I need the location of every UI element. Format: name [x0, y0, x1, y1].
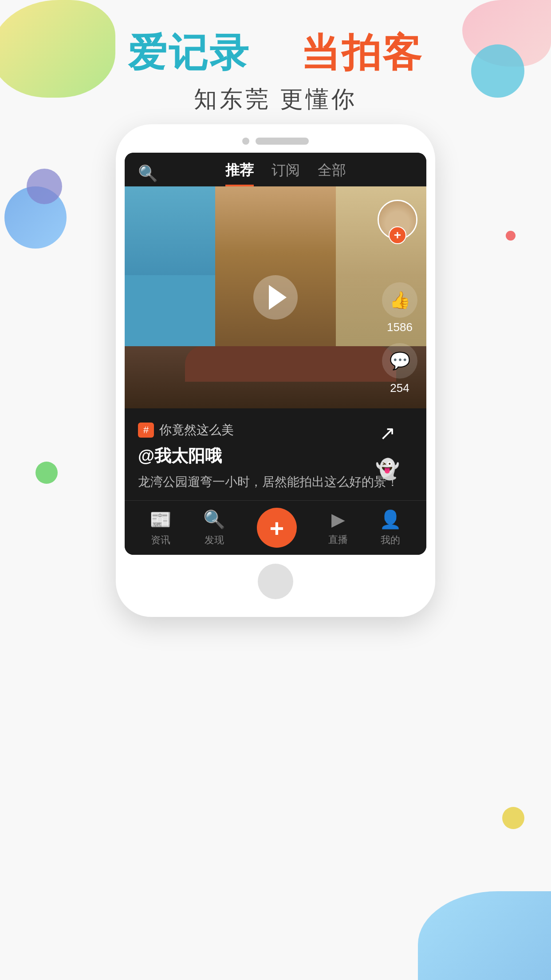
bg-blob-purple-left	[27, 169, 62, 204]
search-icon[interactable]: 🔍	[138, 164, 158, 183]
app-screen: 🔍 推荐 订阅 全部	[125, 153, 426, 555]
ghost-icon[interactable]: 👻	[375, 458, 400, 481]
bg-blob-red-right	[506, 231, 516, 241]
bg-blob-green-left	[35, 462, 58, 484]
tab-recommended[interactable]: 推荐	[225, 161, 254, 186]
share-icon[interactable]: ↗	[379, 422, 396, 444]
headline-part1: 爱记录	[128, 31, 250, 75]
app-nav: 🔍 推荐 订阅 全部	[125, 153, 426, 186]
video-area: + 👍 1586 💬 254	[125, 186, 426, 408]
discover-icon: 🔍	[203, 509, 225, 530]
post-author[interactable]: @我太阳哦	[138, 445, 413, 467]
discover-label: 发现	[205, 533, 224, 547]
comment-action[interactable]: 💬 254	[382, 343, 417, 395]
content-left: # 你竟然这么美 @我太阳哦 龙湾公园遛弯一小时，居然能拍出这么好的景！	[138, 422, 413, 491]
tab-all[interactable]: 全部	[318, 161, 346, 186]
news-icon: 📰	[150, 509, 172, 530]
like-icon: 👍	[382, 282, 417, 318]
headline: 爱记录 当拍客	[0, 27, 551, 79]
follow-plus-button[interactable]: +	[389, 226, 406, 244]
nav-item-mine[interactable]: 👤 我的	[379, 509, 401, 547]
content-area: # 你竟然这么美 @我太阳哦 龙湾公园遛弯一小时，居然能拍出这么好的景！ ↗ 👻	[125, 408, 426, 500]
tab-subscription[interactable]: 订阅	[272, 161, 300, 186]
comment-count: 254	[390, 381, 409, 395]
play-triangle-icon	[269, 285, 287, 310]
phone-home-button[interactable]	[258, 564, 293, 599]
headline-part2: 当拍客	[301, 31, 423, 75]
like-action[interactable]: 👍 1586	[382, 282, 417, 334]
mine-label: 我的	[381, 533, 400, 547]
speaker-bar	[256, 138, 309, 145]
right-action-icons: 👍 1586 💬 254	[382, 282, 417, 395]
nav-tabs: 推荐 订阅 全部	[158, 161, 413, 186]
comment-icon: 💬	[382, 343, 417, 379]
nav-plus-button[interactable]: +	[257, 508, 297, 548]
live-icon: ▶	[331, 509, 345, 530]
nav-item-live[interactable]: ▶ 直播	[328, 509, 348, 546]
live-label: 直播	[328, 533, 348, 546]
tag-text: 你竟然这么美	[159, 422, 234, 439]
nav-item-news[interactable]: 📰 资讯	[150, 509, 172, 547]
tag-line: # 你竟然这么美	[138, 422, 413, 439]
like-count: 1586	[387, 320, 413, 334]
top-section: 爱记录 当拍客 知东莞 更懂你	[0, 0, 551, 115]
subtitle: 知东莞 更懂你	[0, 84, 551, 115]
content-with-side: # 你竟然这么美 @我太阳哦 龙湾公园遛弯一小时，居然能拍出这么好的景！ ↗ 👻	[138, 422, 413, 491]
shrubs	[185, 346, 396, 382]
avatar-area: +	[378, 200, 417, 240]
speaker-dot	[242, 138, 249, 145]
bg-blob-yellow-right	[502, 807, 524, 829]
news-label: 资讯	[151, 533, 170, 547]
hashtag-badge: #	[138, 423, 154, 438]
content-right-icons: ↗ 👻	[375, 422, 400, 481]
bottom-nav: 📰 资讯 🔍 发现 + ▶ 直播 👤 我的	[125, 500, 426, 555]
phone-speaker	[125, 138, 426, 145]
bg-blob-blue-bottom-right	[418, 891, 551, 980]
nav-item-discover[interactable]: 🔍 发现	[203, 509, 225, 547]
phone-mockup: 🔍 推荐 订阅 全部	[116, 124, 435, 617]
post-description: 龙湾公园遛弯一小时，居然能拍出这么好的景！	[138, 473, 413, 491]
bg-blob-blue-left	[4, 186, 67, 249]
mine-icon: 👤	[379, 509, 401, 530]
play-button[interactable]	[253, 275, 298, 320]
phone-outer: 🔍 推荐 订阅 全部	[116, 124, 435, 617]
